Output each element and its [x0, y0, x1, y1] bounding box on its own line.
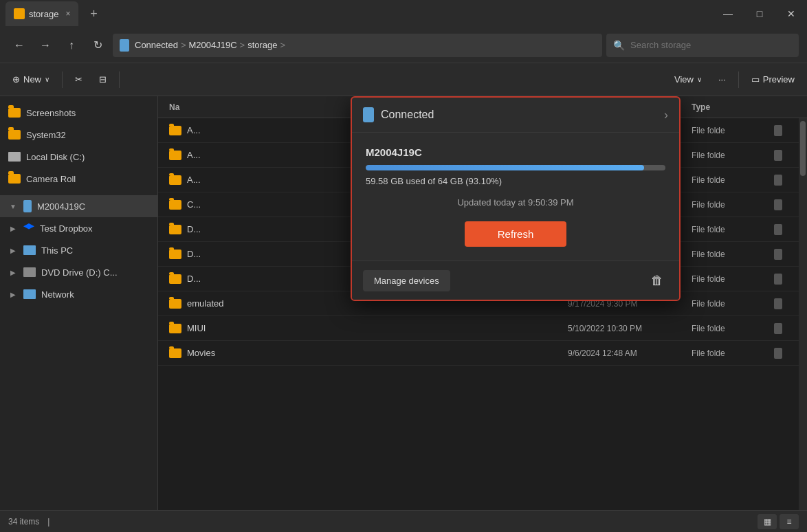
copy-button[interactable]: ⊟ — [92, 69, 113, 91]
preview-label: Preview — [763, 74, 795, 85]
table-row[interactable]: Movies 9/6/2024 12:48 AM File folde — [158, 341, 807, 366]
expand-arrow-icon: ▶ — [8, 245, 18, 255]
file-type: File folde — [692, 250, 774, 259]
sidebar-item-dvd-drive[interactable]: ▶ DVD Drive (D:) C... — [0, 261, 157, 283]
cursor-indicator: | — [47, 517, 49, 527]
new-plus-icon: ⊕ — [12, 74, 20, 85]
tab-close-button[interactable]: × — [65, 9, 70, 19]
sidebar-item-label: Screenshots — [26, 108, 76, 118]
sidebar-item-label: System32 — [26, 130, 66, 140]
view-chevron-icon: ∨ — [697, 76, 702, 83]
more-button[interactable]: ··· — [711, 69, 733, 91]
phone-indicator — [774, 175, 782, 186]
sidebar-item-screenshots[interactable]: Screenshots — [0, 102, 157, 124]
folder-icon — [169, 250, 181, 259]
breadcrumb[interactable]: Connected > M2004J19C > storage > — [113, 34, 602, 57]
preview-icon: ▭ — [751, 74, 760, 85]
sidebar-item-local-disk[interactable]: Local Disk (C:) — [0, 146, 157, 168]
breadcrumb-sep1: > — [181, 40, 186, 50]
popup-header: Connected › — [352, 98, 679, 133]
new-tab-button[interactable]: + — [84, 4, 103, 23]
preview-button[interactable]: ▭ Preview — [744, 69, 802, 91]
file-type: File folde — [692, 151, 774, 160]
folder-icon — [169, 175, 181, 185]
search-input[interactable] — [630, 40, 792, 50]
sidebar-item-label: Local Disk (C:) — [26, 152, 85, 162]
sidebar-item-test-dropbox[interactable]: ▶ Test Dropbox — [0, 217, 157, 239]
file-name: D... — [187, 274, 201, 284]
view-label: View — [674, 74, 694, 85]
addressbar: ← → ↑ ↻ Connected > M2004J19C > storage … — [0, 27, 807, 63]
expand-arrow-icon: ▶ — [8, 223, 18, 233]
cut-icon: ✂ — [75, 74, 82, 85]
file-type: File folde — [692, 126, 774, 135]
file-name: A... — [187, 125, 201, 135]
table-row[interactable]: MIUI 5/10/2022 10:30 PM File folde — [158, 316, 807, 341]
dropbox-icon — [23, 223, 34, 233]
sidebar-item-label: Camera Roll — [26, 174, 76, 184]
back-button[interactable]: ← — [8, 34, 30, 56]
file-name: emulated — [187, 298, 223, 309]
network-icon — [23, 289, 36, 299]
folder-icon — [169, 200, 181, 210]
refresh-button[interactable]: Refresh — [465, 221, 567, 247]
folder-icon — [8, 130, 21, 140]
disk-icon — [8, 152, 21, 162]
phone-indicator — [774, 274, 782, 285]
toolbar-right: View ∨ ··· ▭ Preview — [667, 69, 802, 91]
active-tab[interactable]: storage × — [5, 1, 78, 26]
scrollbar-thumb[interactable] — [800, 121, 806, 176]
tab-title: storage — [29, 9, 58, 19]
cut-button[interactable]: ✂ — [68, 69, 89, 91]
file-type: File folde — [692, 324, 774, 333]
content-area: Na Date modified Type A... 11/8/2021 6:3… — [158, 96, 807, 510]
breadcrumb-segment1[interactable]: Connected — [135, 40, 178, 50]
maximize-button[interactable]: □ — [744, 0, 775, 27]
file-date: 9/6/2024 12:48 AM — [568, 348, 692, 358]
file-type: File folde — [692, 175, 774, 185]
sidebar-item-this-pc[interactable]: ▶ This PC — [0, 239, 157, 261]
sidebar-item-network[interactable]: ▶ Network — [0, 283, 157, 305]
file-date: 5/10/2022 10:30 PM — [568, 324, 692, 333]
file-name: A... — [187, 150, 201, 160]
phone-indicator — [774, 125, 782, 136]
sidebar-item-label: This PC — [41, 245, 73, 256]
storage-popup[interactable]: Connected › M2004J19C 59.58 GB used of 6… — [351, 96, 681, 301]
folder-icon — [169, 324, 181, 333]
grid-view-button[interactable]: ▦ — [758, 514, 777, 529]
manage-devices-button[interactable]: Manage devices — [363, 270, 450, 291]
sidebar-item-camera-roll[interactable]: Camera Roll — [0, 168, 157, 190]
search-icon: 🔍 — [613, 40, 625, 51]
minimize-button[interactable]: — — [712, 0, 744, 27]
breadcrumb-segment3[interactable]: storage — [247, 40, 277, 50]
sidebar-item-system32[interactable]: System32 — [0, 124, 157, 146]
up-button[interactable]: ↑ — [60, 34, 82, 56]
column-type-header[interactable]: Type — [692, 102, 774, 112]
folder-icon — [8, 174, 21, 184]
expand-arrow-icon: ▶ — [8, 289, 18, 299]
file-name: Movies — [187, 348, 215, 358]
refresh-button[interactable]: ↻ — [87, 34, 109, 56]
breadcrumb-phone-icon — [120, 39, 129, 52]
close-button[interactable]: ✕ — [775, 0, 807, 27]
forward-button[interactable]: → — [34, 34, 56, 56]
device-name: M2004J19C — [366, 146, 665, 158]
toolbar-separator — [62, 71, 63, 88]
file-type: File folde — [692, 274, 774, 284]
phone-indicator — [774, 298, 782, 309]
view-button[interactable]: View ∨ — [667, 69, 709, 91]
popup-phone-icon — [363, 107, 374, 122]
list-view-button[interactable]: ≡ — [780, 514, 799, 529]
popup-header-arrow-icon[interactable]: › — [664, 108, 668, 122]
expand-arrow-icon: ▶ — [8, 267, 18, 277]
phone-indicator — [774, 348, 782, 359]
new-button[interactable]: ⊕ New ∨ — [5, 69, 56, 91]
storage-bar-fill — [366, 165, 644, 170]
scrollbar-track[interactable] — [799, 118, 807, 510]
delete-icon[interactable]: 🗑 — [646, 269, 668, 291]
search-box[interactable]: 🔍 — [606, 34, 799, 57]
folder-icon — [169, 299, 181, 309]
more-icon: ··· — [718, 74, 726, 85]
breadcrumb-segment2[interactable]: M2004J19C — [188, 40, 236, 50]
sidebar-item-m2004j19c[interactable]: ▼ M2004J19C — [0, 195, 157, 217]
